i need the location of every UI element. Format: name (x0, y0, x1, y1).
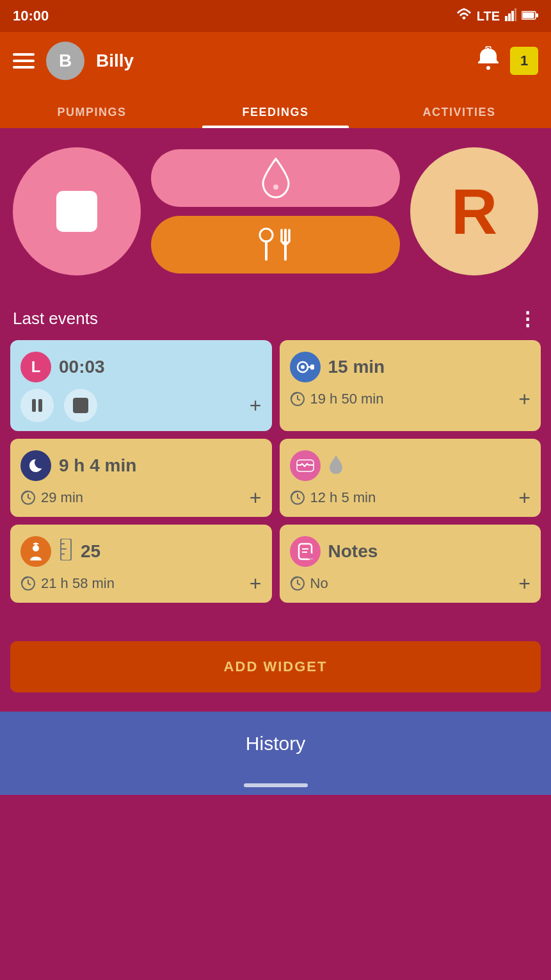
home-indicator (244, 783, 308, 787)
notifications-bell[interactable] (477, 46, 500, 76)
tab-feedings[interactable]: FEEDINGS (184, 106, 367, 128)
notes-value: Notes (328, 541, 378, 562)
status-time: 10:00 (13, 8, 49, 24)
status-icons: LTE (456, 8, 538, 24)
svg-rect-14 (32, 399, 36, 412)
nursing-add-button[interactable]: + (250, 395, 262, 416)
svg-rect-15 (38, 399, 42, 412)
svg-rect-19 (310, 364, 314, 370)
svg-rect-6 (536, 13, 538, 17)
sleep-icon (20, 450, 51, 481)
nursing-icon: L (20, 352, 51, 382)
svg-point-7 (486, 66, 490, 70)
last-events-header: Last events ⋮ (10, 295, 541, 340)
pause-button[interactable] (20, 389, 54, 422)
nursing-value: 00:03 (59, 357, 105, 377)
diaper-card-top (290, 450, 531, 481)
stop-nursing-button[interactable] (13, 147, 141, 275)
notes-bottom: No + (290, 573, 531, 594)
bottom-indicator (0, 776, 551, 795)
tab-pumpings[interactable]: PUMPINGS (0, 106, 184, 128)
growth-card-top: 25 (20, 536, 262, 567)
widget-section: ADD WIDGET (0, 616, 551, 712)
sleep-value: 9 h 4 min (59, 455, 136, 476)
growth-value: 25 (81, 541, 100, 562)
stop-square-icon (56, 191, 97, 232)
sleep-bottom: 29 min + (20, 487, 262, 508)
right-side-button[interactable]: R (410, 147, 538, 275)
main-tabs: PUMPINGS FEEDINGS ACTIVITIES (0, 90, 551, 128)
user-name: Billy (96, 51, 134, 71)
sleep-time: 29 min (20, 489, 83, 506)
milk-button[interactable] (151, 149, 400, 207)
more-options-button[interactable]: ⋮ (518, 307, 538, 330)
battery-icon (522, 9, 538, 24)
add-widget-button[interactable]: ADD WIDGET (10, 641, 541, 692)
growth-add-button[interactable]: + (250, 573, 262, 594)
svg-point-18 (301, 365, 305, 369)
pumping-time: 19 h 50 min (290, 391, 384, 407)
notes-card-top: ... Notes (290, 536, 531, 567)
nursing-card-top: L 00:03 (20, 352, 262, 382)
last-events-title: Last events (13, 309, 98, 329)
notes-time: No (290, 575, 328, 592)
pumping-icon (290, 352, 321, 382)
nav-left: B Billy (13, 42, 134, 80)
event-card-sleep: 9 h 4 min 29 min + (10, 439, 272, 517)
svg-rect-2 (511, 11, 514, 21)
svg-rect-0 (505, 16, 507, 21)
pumping-value: 15 min (328, 357, 385, 377)
event-card-diaper: 12 h 5 min + (280, 439, 541, 517)
nursing-controls: + (20, 389, 262, 422)
nav-right: 1 (477, 46, 538, 76)
diaper-drop-icon (328, 455, 344, 477)
sleep-card-top: 9 h 4 min (20, 450, 262, 481)
hamburger-menu[interactable] (13, 53, 35, 69)
drop-icon (260, 158, 292, 199)
diaper-time: 12 h 5 min (290, 489, 376, 506)
svg-rect-1 (508, 13, 511, 21)
messages-badge[interactable]: 1 (510, 47, 538, 75)
svg-point-8 (273, 184, 278, 190)
pumping-add-button[interactable]: + (518, 389, 531, 409)
history-label: History (246, 733, 305, 755)
stop-icon (73, 398, 88, 413)
fork-spoon-icon (253, 227, 298, 262)
top-nav: B Billy 1 (0, 32, 551, 90)
food-button[interactable] (151, 216, 400, 274)
growth-bottom: 21 h 58 min + (20, 573, 262, 594)
tab-activities[interactable]: ACTIVITIES (367, 106, 551, 128)
event-card-pumping: 15 min 19 h 50 min + (280, 340, 541, 431)
svg-point-9 (260, 229, 273, 241)
pumping-bottom: 19 h 50 min + (290, 389, 531, 409)
status-bar: 10:00 LTE (0, 0, 551, 32)
growth-icon (20, 536, 51, 567)
wifi-icon (456, 8, 472, 24)
svg-point-23 (33, 545, 39, 551)
signal-icon (505, 8, 516, 24)
avatar: B (46, 42, 84, 80)
event-card-notes: ... Notes No + (280, 525, 541, 603)
notes-icon: ... (290, 536, 321, 567)
svg-text:...: ... (308, 555, 313, 560)
hero-center-buttons (151, 149, 400, 274)
svg-rect-3 (515, 8, 516, 21)
growth-time: 21 h 58 min (20, 575, 115, 592)
history-bar[interactable]: History (0, 712, 551, 776)
event-card-growth: 25 21 h 58 min + (10, 525, 272, 603)
add-widget-label: ADD WIDGET (224, 658, 328, 675)
event-card-nursing: L 00:03 + (10, 340, 272, 431)
diaper-add-button[interactable]: + (518, 487, 531, 508)
growth-measure-icon (59, 539, 73, 565)
last-events-section: Last events ⋮ L 00:03 + (0, 295, 551, 616)
svg-rect-5 (523, 12, 534, 18)
diaper-bottom: 12 h 5 min + (290, 487, 531, 508)
lte-label: LTE (477, 9, 500, 24)
stop-button[interactable] (64, 389, 97, 422)
diaper-icon (290, 450, 321, 481)
sleep-add-button[interactable]: + (250, 487, 262, 508)
pumping-card-top: 15 min (290, 352, 531, 382)
events-grid: L 00:03 + (10, 340, 541, 603)
hero-section: R (0, 128, 551, 295)
notes-add-button[interactable]: + (518, 573, 531, 594)
